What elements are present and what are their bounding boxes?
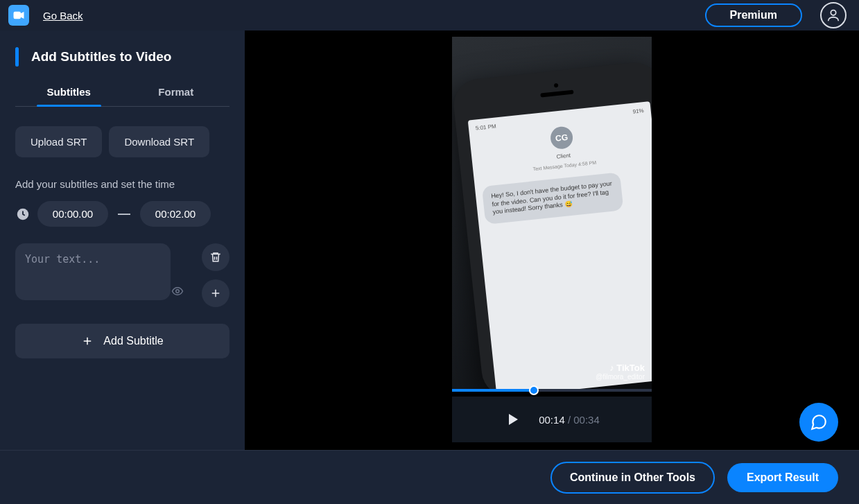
user-avatar-button[interactable] — [820, 2, 847, 28]
plus-icon — [209, 287, 222, 299]
phone-mockup: 5:01 PM 91% CG Client Text Message Today… — [452, 60, 652, 389]
go-back-link[interactable]: Go Back — [43, 10, 83, 21]
message-bubble: Hey! So, I don't have the budget to pay … — [482, 172, 624, 225]
phone-status-time: 5:01 PM — [476, 123, 497, 132]
svg-point-1 — [831, 10, 835, 15]
plus-icon — [81, 335, 94, 347]
phone-status-battery: 91% — [632, 107, 644, 115]
video-progress-knob[interactable] — [529, 385, 539, 395]
time-start-input[interactable] — [37, 201, 108, 227]
subtitle-instruction: Add your subtitles and set the time — [15, 178, 229, 190]
trash-icon — [209, 251, 222, 263]
add-subtitle-label: Add Subtitle — [103, 335, 163, 347]
time-current: 00:14 — [539, 414, 565, 426]
watermark-handle: @filmora_editor — [596, 373, 645, 381]
time-end-input[interactable] — [140, 201, 211, 227]
app-header: Go Back Premium — [0, 0, 859, 31]
time-display: 00:14 / 00:34 — [539, 414, 600, 426]
subtitle-text-input[interactable] — [15, 243, 171, 300]
footer-bar: Continue in Other Tools Export Result — [0, 450, 859, 504]
upload-srt-button[interactable]: Upload SRT — [15, 126, 102, 157]
logo-badge — [8, 5, 29, 26]
tab-format[interactable]: Format — [123, 86, 230, 106]
sidebar-panel: Add Subtitles to Video Subtitles Format … — [0, 31, 245, 450]
delete-subtitle-button[interactable] — [202, 243, 229, 271]
sidebar-tabs: Subtitles Format — [15, 86, 229, 107]
watermark: ♪ TikTok @filmora_editor — [596, 363, 645, 381]
continue-other-tools-button[interactable]: Continue in Other Tools — [550, 462, 715, 494]
visibility-icon — [171, 285, 184, 297]
svg-point-3 — [176, 290, 180, 293]
tab-subtitles[interactable]: Subtitles — [15, 86, 123, 106]
help-chat-button[interactable] — [799, 403, 838, 442]
clock-icon — [15, 207, 31, 222]
add-subtitle-button[interactable]: Add Subtitle — [15, 324, 229, 358]
play-button[interactable] — [504, 411, 521, 428]
watermark-brand: TikTok — [616, 363, 645, 373]
download-srt-button[interactable]: Download SRT — [109, 126, 209, 157]
preview-canvas: 5:01 PM 91% CG Client Text Message Today… — [452, 37, 652, 389]
page-title: Add Subtitles to Video — [31, 49, 171, 64]
add-subtitle-row-button[interactable] — [202, 279, 229, 307]
video-preview-area: 5:01 PM 91% CG Client Text Message Today… — [245, 31, 859, 450]
video-controls-bar: 00:14 / 00:34 — [452, 397, 652, 442]
title-accent-bar — [15, 47, 19, 67]
video-logo-icon — [12, 9, 25, 21]
video-progress-fill — [452, 389, 534, 392]
time-total: 00:34 — [573, 414, 600, 426]
user-avatar-icon — [826, 8, 841, 23]
export-result-button[interactable]: Export Result — [727, 463, 838, 492]
svg-rect-0 — [14, 12, 20, 19]
premium-button[interactable]: Premium — [705, 3, 802, 27]
chat-help-icon — [810, 413, 828, 431]
contact-initials-badge: CG — [550, 125, 574, 150]
time-sep: / — [565, 414, 574, 426]
time-dash: — — [115, 207, 133, 221]
video-progress-track[interactable] — [452, 389, 652, 392]
